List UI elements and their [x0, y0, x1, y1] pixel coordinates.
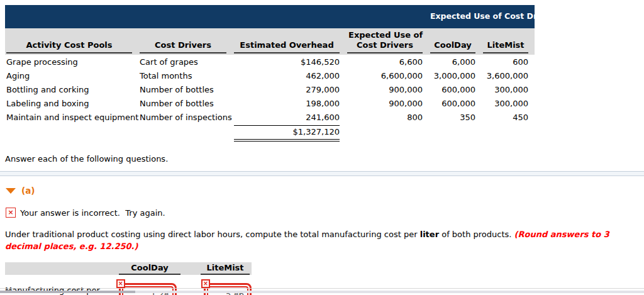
table-banner-row: Expected Use of Cost Drivers per Product — [5, 5, 535, 28]
overhead-cell: $146,520 — [233, 55, 346, 69]
question-bold-word: liter — [420, 230, 439, 239]
header-litemist: LiteMist — [482, 28, 535, 55]
answer-header-spacer — [5, 262, 117, 275]
answer-header-coolday: CoolDay — [117, 262, 182, 275]
expected-cell: 800 — [346, 110, 429, 124]
answer-table-header: CoolDay LiteMist — [5, 262, 252, 275]
expected-cell: 6,600 — [346, 55, 429, 69]
expected-cell: 6,600,000 — [346, 69, 429, 82]
header-coolday: CoolDay — [429, 28, 482, 55]
assignment-page: Expected Use of Cost Drivers per Product… — [0, 0, 644, 295]
driver-cell: Number of bottles — [138, 96, 233, 110]
question-part2: of both products. — [441, 230, 511, 239]
overhead-cell: 198,000 — [233, 96, 346, 110]
feedback-row: × Your answer is incorrect. Try again. — [6, 208, 644, 218]
coolday-cell: 600,000 — [429, 96, 482, 110]
driver-cell: Cart of grapes — [138, 55, 233, 69]
total-overhead-value: $1,327,120 — [234, 125, 340, 142]
content-bottom-border — [0, 288, 644, 289]
question-part1: Under traditional product costing using … — [5, 230, 418, 239]
table-row: Labeling and boxing Number of bottles 19… — [5, 96, 535, 110]
litemist-cell: 3,600,000 — [482, 69, 535, 82]
driver-cell: Number of inspections — [138, 110, 233, 124]
pool-cell: Bottling and corking — [5, 82, 138, 96]
pool-cell: Aging — [5, 69, 138, 82]
banner-title: Expected Use of Cost Drivers per Product — [429, 5, 535, 28]
litemist-cell: 300,000 — [482, 96, 535, 110]
pool-cell: Labeling and boxing — [5, 96, 138, 110]
answer-header-litemist: LiteMist — [199, 262, 252, 275]
table-header-row: Activity Cost Pools Cost Drivers Estimat… — [5, 28, 535, 55]
error-x-icon: × — [116, 279, 125, 288]
table-row: Bottling and corking Number of bottles 2… — [5, 82, 535, 96]
litemist-cell: 300,000 — [482, 82, 535, 96]
banner-title-text: Expected Use of Cost Drivers per Product — [430, 11, 533, 21]
litemist-error-ring: × — [204, 283, 252, 295]
coolday-cell: 3,000,000 — [429, 69, 482, 82]
error-x-icon: × — [201, 279, 210, 288]
table-row: Aging Total months 462,000 6,600,000 3,0… — [5, 69, 535, 82]
header-estimated-overhead: Estimated Overhead — [233, 28, 346, 55]
activity-cost-table: Expected Use of Cost Drivers per Product… — [5, 5, 535, 143]
coolday-error-ring: × — [119, 283, 177, 295]
coolday-cell: 600,000 — [429, 82, 482, 96]
collapse-triangle-icon[interactable] — [6, 188, 16, 194]
coolday-cell: 6,000 — [429, 55, 482, 69]
question-text: Under traditional product costing using … — [5, 228, 641, 252]
section-divider — [0, 171, 644, 176]
section-a-label: (a) — [21, 186, 35, 196]
driver-cell: Total months — [138, 69, 233, 82]
litemist-cell: 450 — [482, 110, 535, 124]
pool-cell: Maintain and inspect equipment — [5, 110, 138, 124]
total-overhead-cell: $1,327,120 — [233, 124, 346, 143]
header-expected-use: Expected Use of Cost Drivers — [346, 28, 429, 55]
overhead-cell: 241,600 — [233, 110, 346, 124]
instructions-text: Answer each of the following questions. — [5, 154, 644, 164]
table-total-row: $1,327,120 — [5, 124, 535, 143]
litemist-cell: 600 — [482, 55, 535, 69]
incorrect-x-icon: × — [6, 208, 16, 218]
header-cost-drivers: Cost Drivers — [138, 28, 233, 55]
overhead-cell: 462,000 — [233, 69, 346, 82]
table-row: Maintain and inspect equipment Number of… — [5, 110, 535, 124]
overhead-cell: 279,000 — [233, 82, 346, 96]
expected-cell: 900,000 — [346, 96, 429, 110]
driver-cell: Number of bottles — [138, 82, 233, 96]
pool-cell: Grape processing — [5, 55, 138, 69]
table-row: Grape processing Cart of grapes $146,520… — [5, 55, 535, 69]
header-activity-cost-pools: Activity Cost Pools — [5, 28, 138, 55]
section-a-header: (a) — [6, 186, 644, 196]
answer-header-gap — [182, 262, 199, 275]
expected-cell: 900,000 — [346, 82, 429, 96]
coolday-cell: 350 — [429, 110, 482, 124]
feedback-message: Your answer is incorrect. Try again. — [20, 208, 165, 218]
horizontal-scrollbar-thumb[interactable] — [0, 291, 135, 293]
banner-spacer — [5, 5, 429, 28]
